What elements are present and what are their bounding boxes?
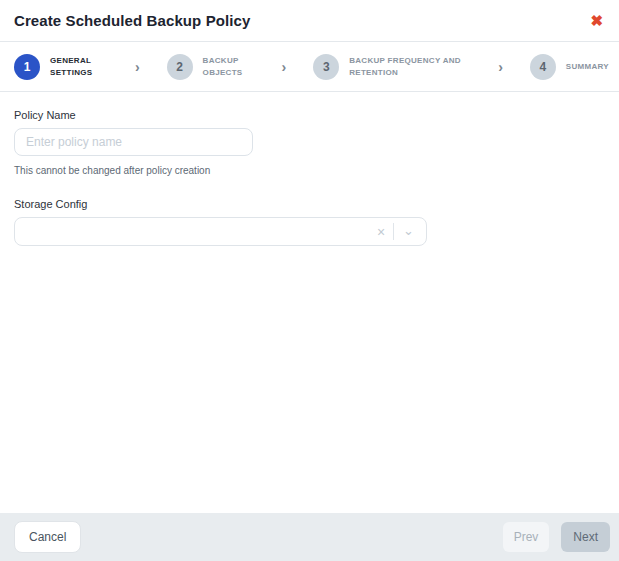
step-3-label: BACKUP FREQUENCY AND RETENTION bbox=[349, 55, 471, 79]
chevron-down-icon[interactable]: ⌄ bbox=[394, 226, 417, 236]
step-2-label: BACKUP OBJECTS bbox=[203, 55, 255, 79]
prev-button[interactable]: Prev bbox=[503, 522, 550, 552]
chevron-right-icon: › bbox=[131, 60, 144, 74]
storage-config-field: Storage Config × ⌄ bbox=[14, 198, 605, 246]
policy-name-helper: This cannot be changed after policy crea… bbox=[14, 165, 605, 176]
cancel-button[interactable]: Cancel bbox=[14, 521, 81, 553]
stepper-step-summary[interactable]: 4 SUMMARY bbox=[530, 54, 609, 80]
policy-name-field: Policy Name This cannot be changed after… bbox=[14, 109, 605, 176]
chevron-right-icon: › bbox=[494, 60, 507, 74]
modal-footer: Cancel Prev Next bbox=[0, 513, 619, 561]
step-3-badge: 3 bbox=[313, 54, 339, 80]
policy-name-label: Policy Name bbox=[14, 109, 605, 121]
modal-header: Create Scheduled Backup Policy ✖ bbox=[0, 0, 619, 42]
create-scheduled-backup-policy-modal: Create Scheduled Backup Policy ✖ 1 GENER… bbox=[0, 0, 619, 561]
step-1-badge: 1 bbox=[14, 54, 40, 80]
stepper-step-backup-objects[interactable]: 2 BACKUP OBJECTS bbox=[167, 54, 255, 80]
close-icon[interactable]: ✖ bbox=[586, 11, 607, 30]
step-1-label: GENERAL SETTINGS bbox=[50, 55, 108, 79]
policy-name-input[interactable] bbox=[14, 128, 253, 156]
step-4-badge: 4 bbox=[530, 54, 556, 80]
page-title: Create Scheduled Backup Policy bbox=[14, 12, 250, 29]
chevron-right-icon: › bbox=[278, 60, 291, 74]
stepper-step-backup-frequency-retention[interactable]: 3 BACKUP FREQUENCY AND RETENTION bbox=[313, 54, 471, 80]
storage-config-label: Storage Config bbox=[14, 198, 605, 210]
stepper-step-general-settings[interactable]: 1 GENERAL SETTINGS bbox=[14, 54, 108, 80]
modal-body: Policy Name This cannot be changed after… bbox=[0, 92, 619, 263]
step-2-badge: 2 bbox=[167, 54, 193, 80]
step-4-label: SUMMARY bbox=[566, 61, 609, 73]
next-button[interactable]: Next bbox=[561, 522, 610, 552]
storage-config-select[interactable]: × ⌄ bbox=[14, 217, 427, 246]
clear-icon[interactable]: × bbox=[369, 225, 393, 239]
stepper: 1 GENERAL SETTINGS › 2 BACKUP OBJECTS › … bbox=[0, 42, 619, 92]
